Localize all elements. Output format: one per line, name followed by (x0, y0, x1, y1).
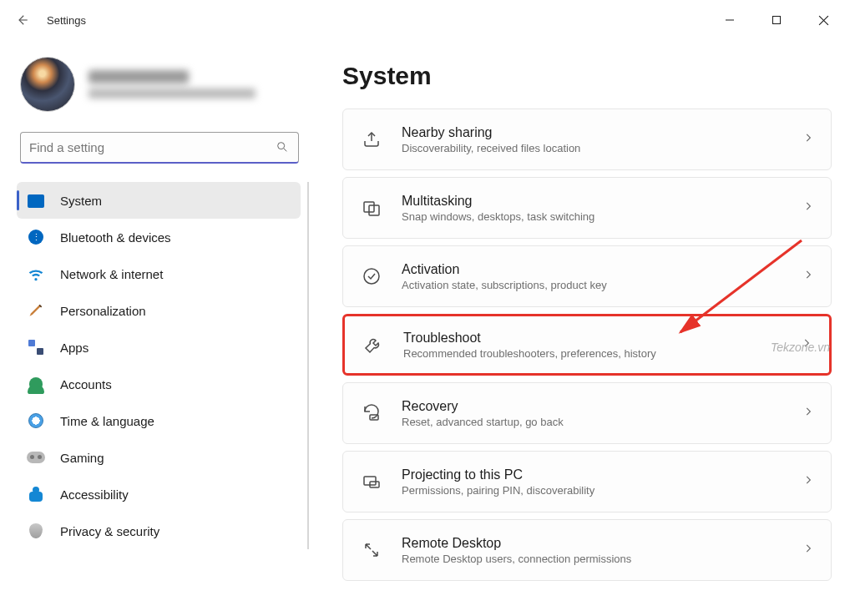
sidebar-item-label: Personalization (60, 304, 146, 318)
sidebar-item-time[interactable]: Time & language (17, 402, 301, 439)
svg-point-4 (278, 143, 285, 149)
back-button[interactable] (7, 5, 37, 35)
card-title: Activation (402, 262, 802, 277)
sidebar-item-gaming[interactable]: Gaming (17, 439, 301, 476)
chevron-right-icon (802, 474, 814, 489)
sidebar-item-label: Network & internet (60, 267, 163, 281)
globe-clock-icon (27, 412, 45, 430)
sidebar-item-label: Apps (60, 341, 89, 355)
svg-point-8 (364, 269, 379, 284)
maximize-icon (772, 15, 782, 25)
sidebar-item-label: Gaming (60, 451, 104, 465)
card-desc: Discoverability, received files location (402, 142, 802, 154)
card-recovery[interactable]: Recovery Reset, advanced startup, go bac… (342, 382, 832, 444)
sidebar-item-label: Time & language (60, 414, 154, 428)
minimize-button[interactable] (711, 8, 748, 33)
card-desc: Activation state, subscriptions, product… (402, 279, 802, 291)
card-title: Remote Desktop (402, 536, 802, 551)
card-title: Nearby sharing (402, 125, 802, 140)
window-controls (711, 8, 848, 33)
back-arrow-icon (14, 13, 29, 28)
svg-rect-1 (773, 17, 781, 24)
sidebar-item-system[interactable]: System (17, 182, 301, 219)
card-title: Multitasking (402, 194, 802, 209)
card-troubleshoot[interactable]: Troubleshoot Recommended troubleshooters… (342, 314, 832, 376)
svg-line-5 (284, 149, 286, 151)
sidebar-item-label: Bluetooth & devices (60, 230, 171, 245)
accounts-icon (27, 375, 45, 393)
sidebar-item-privacy[interactable]: Privacy & security (17, 512, 301, 549)
paintbrush-icon (27, 301, 45, 320)
accessibility-icon (27, 485, 45, 503)
watermark: Tekzone.vn (771, 341, 830, 354)
card-desc: Remote Desktop users, connection permiss… (402, 553, 802, 565)
sidebar: System ⋮ Bluetooth & devices Network & i… (0, 40, 309, 616)
sidebar-item-accessibility[interactable]: Accessibility (17, 476, 301, 512)
sidebar-item-network[interactable]: Network & internet (17, 255, 301, 292)
profile-email (89, 88, 255, 98)
card-title: Projecting to this PC (402, 467, 802, 482)
card-nearby-sharing[interactable]: Nearby sharing Discoverability, received… (342, 109, 832, 170)
card-desc: Reset, advanced startup, go back (402, 416, 802, 428)
card-title: Recovery (402, 399, 802, 414)
sidebar-item-label: Accessibility (60, 487, 129, 502)
sidebar-item-label: Privacy & security (60, 524, 159, 538)
chevron-right-icon (802, 406, 814, 421)
remote-desktop-icon (360, 538, 383, 562)
wifi-icon (27, 265, 45, 283)
system-icon (27, 191, 45, 210)
card-activation[interactable]: Activation Activation state, subscriptio… (342, 245, 832, 307)
search-wrap (20, 132, 299, 164)
recovery-icon (360, 401, 383, 425)
sidebar-item-accounts[interactable]: Accounts (17, 366, 301, 402)
main-content: System Nearby sharing Discoverability, r… (309, 40, 855, 616)
shield-icon (27, 522, 45, 540)
card-desc: Snap windows, desktops, task switching (402, 210, 802, 223)
search-input[interactable] (20, 132, 299, 164)
settings-cards: Nearby sharing Discoverability, received… (342, 109, 832, 598)
page-title: System (342, 62, 832, 90)
projecting-icon (360, 470, 383, 493)
profile-text (89, 70, 255, 98)
chevron-right-icon (802, 200, 814, 215)
chevron-right-icon (802, 543, 814, 558)
card-desc: Permissions, pairing PIN, discoverabilit… (402, 484, 802, 497)
sidebar-item-apps[interactable]: Apps (17, 329, 301, 366)
sidebar-item-label: Accounts (60, 377, 112, 391)
profile-block[interactable] (17, 50, 309, 125)
sidebar-item-personalization[interactable]: Personalization (17, 292, 301, 329)
bluetooth-icon: ⋮ (27, 228, 45, 246)
window-title: Settings (47, 14, 711, 27)
gamepad-icon (27, 448, 45, 467)
titlebar: Settings (0, 0, 855, 40)
chevron-right-icon (802, 132, 814, 147)
card-projecting[interactable]: Projecting to this PC Permissions, pairi… (342, 451, 832, 512)
card-desc: Recommended troubleshooters, preferences… (403, 347, 801, 360)
sidebar-item-bluetooth[interactable]: ⋮ Bluetooth & devices (17, 219, 301, 255)
checkmark-circle-icon (360, 265, 383, 288)
avatar (20, 57, 75, 112)
card-title: Troubleshoot (403, 331, 801, 346)
sidebar-item-label: System (60, 194, 102, 208)
chevron-right-icon (802, 269, 814, 284)
wrench-icon (362, 333, 385, 356)
apps-icon (27, 338, 45, 356)
share-icon (360, 128, 383, 151)
maximize-button[interactable] (758, 8, 795, 33)
card-remote-desktop[interactable]: Remote Desktop Remote Desktop users, con… (342, 519, 832, 581)
search-icon (276, 140, 289, 157)
close-button[interactable] (805, 8, 842, 33)
profile-name (89, 70, 189, 83)
multitasking-icon (360, 196, 383, 220)
card-multitasking[interactable]: Multitasking Snap windows, desktops, tas… (342, 177, 832, 239)
sidebar-nav: System ⋮ Bluetooth & devices Network & i… (17, 182, 309, 549)
close-icon (818, 15, 829, 26)
minimize-icon (725, 15, 735, 25)
